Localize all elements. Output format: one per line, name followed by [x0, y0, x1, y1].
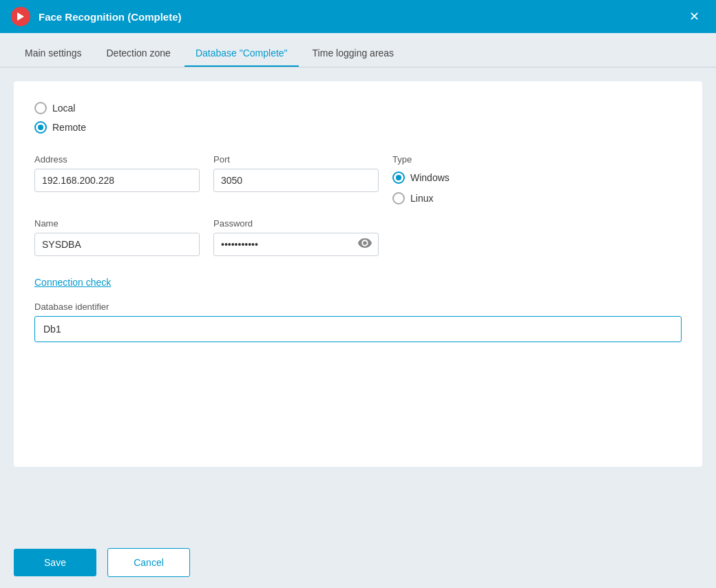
name-label: Name: [34, 218, 200, 229]
name-group: Name: [34, 218, 200, 256]
svg-marker-0: [17, 12, 24, 21]
titlebar: Face Recognition (Complete) ✕: [0, 0, 716, 33]
type-label: Type: [392, 154, 475, 165]
linux-radio-circle: [392, 192, 405, 204]
settings-panel: Local Remote Address Port: [14, 81, 702, 467]
tab-database-complete[interactable]: Database "Complete": [185, 39, 299, 67]
name-password-row: Name Password: [34, 218, 682, 256]
play-icon: [15, 11, 26, 22]
toggle-password-icon[interactable]: [358, 238, 372, 251]
tabs-bar: Main settings Detection zone Database "C…: [0, 33, 716, 67]
db-identifier-input[interactable]: [34, 316, 682, 342]
local-radio-circle: [34, 102, 47, 114]
password-group: Password: [213, 218, 379, 256]
local-radio-label: Local: [52, 103, 75, 114]
window: Face Recognition (Complete) ✕ Main setti…: [0, 0, 716, 588]
windows-radio-item[interactable]: Windows: [392, 171, 475, 184]
connection-check-link[interactable]: Connection check: [34, 277, 111, 288]
port-label: Port: [213, 154, 379, 165]
tab-main-settings[interactable]: Main settings: [14, 39, 92, 67]
window-title: Face Recognition (Complete): [39, 11, 684, 23]
cancel-button[interactable]: Cancel: [107, 548, 190, 577]
remote-radio-label: Remote: [52, 122, 86, 133]
save-button[interactable]: Save: [14, 549, 96, 576]
password-wrapper: [213, 233, 379, 256]
address-input[interactable]: [34, 169, 200, 192]
tab-time-logging-areas[interactable]: Time logging areas: [302, 39, 406, 67]
tab-detection-zone[interactable]: Detection zone: [95, 39, 181, 67]
windows-radio-circle: [392, 171, 405, 184]
content-area: Local Remote Address Port: [0, 67, 716, 537]
app-icon: [11, 7, 30, 26]
password-label: Password: [213, 218, 379, 229]
port-input[interactable]: [213, 169, 379, 192]
address-label: Address: [34, 154, 200, 165]
footer: Save Cancel: [0, 537, 716, 588]
address-group: Address: [34, 154, 200, 204]
remote-radio-dot: [38, 125, 43, 130]
linux-radio-label: Linux: [410, 193, 433, 204]
name-input[interactable]: [34, 233, 200, 256]
port-group: Port: [213, 154, 379, 204]
password-input[interactable]: [213, 233, 379, 256]
location-radio-group: Local Remote: [34, 102, 682, 134]
linux-radio-item[interactable]: Linux: [392, 192, 475, 204]
local-radio-item[interactable]: Local: [34, 102, 682, 114]
db-identifier-group: Database identifier: [34, 302, 682, 342]
remote-radio-circle: [34, 121, 47, 134]
windows-radio-label: Windows: [410, 172, 450, 183]
close-button[interactable]: ✕: [684, 8, 705, 25]
type-group: Type Windows Linux: [392, 154, 475, 204]
address-port-type-row: Address Port Type Windows: [34, 154, 682, 204]
db-identifier-label: Database identifier: [34, 302, 682, 312]
remote-radio-item[interactable]: Remote: [34, 121, 682, 134]
type-radios: Windows Linux: [392, 169, 475, 204]
windows-radio-dot: [396, 175, 401, 180]
